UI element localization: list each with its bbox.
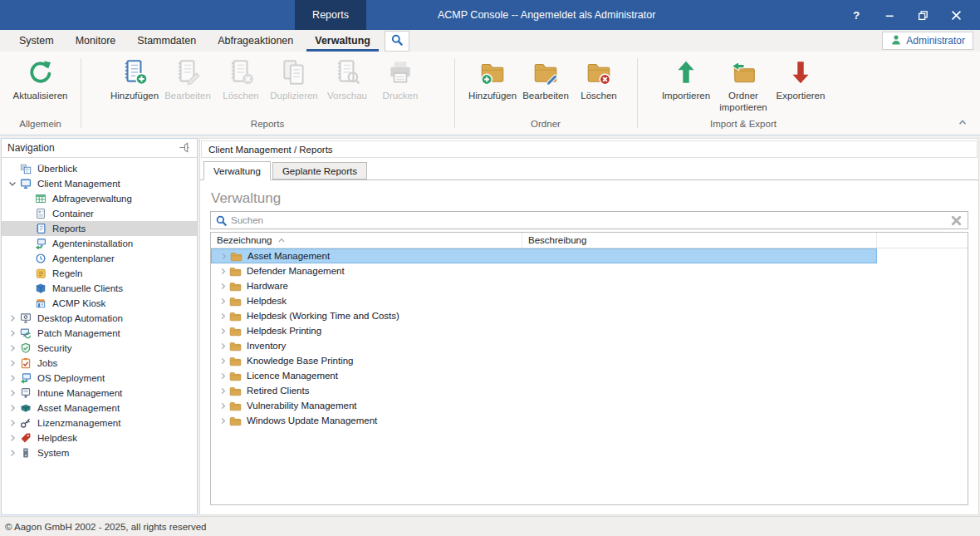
client-management-icon bbox=[20, 178, 36, 190]
chevron-right-icon[interactable] bbox=[5, 372, 20, 384]
sidebar-item-security[interactable]: Security bbox=[2, 341, 197, 356]
clear-search-icon[interactable] bbox=[949, 214, 963, 228]
sidebar-item-reports[interactable]: Reports bbox=[2, 221, 197, 236]
workspace: Navigation Überblick Client Management A… bbox=[0, 135, 980, 516]
aktualisieren-button[interactable]: Aktualisieren bbox=[11, 53, 71, 102]
sidebar-item-jobs[interactable]: Jobs bbox=[2, 356, 197, 371]
hinzuf-gen-button[interactable]: Hinzufügen bbox=[467, 53, 518, 102]
sidebar-item-client-management[interactable]: Client Management bbox=[2, 176, 197, 191]
sidebar-item-asset-management[interactable]: Asset Management bbox=[2, 401, 197, 416]
chevron-right-icon[interactable] bbox=[5, 312, 20, 324]
expand-row-icon[interactable] bbox=[217, 386, 229, 396]
chevron-right-icon[interactable] bbox=[5, 447, 20, 459]
sidebar-item-agentenplaner[interactable]: Agentenplaner bbox=[2, 251, 197, 266]
table-row-inventory[interactable]: Inventory bbox=[211, 338, 877, 353]
l-schen-button[interactable]: Löschen bbox=[573, 53, 625, 102]
menu-item-abfrageaktionen[interactable]: Abfrageaktionen bbox=[207, 30, 304, 52]
bearbeiten-button[interactable]: Bearbeiten bbox=[520, 53, 571, 102]
sidebar-item-helpdesk[interactable]: Helpdesk bbox=[2, 430, 197, 445]
column-header-bezeichnung[interactable]: Bezeichnung bbox=[211, 233, 522, 248]
chevron-right-icon[interactable] bbox=[5, 327, 20, 339]
collapse-ribbon-icon[interactable] bbox=[957, 116, 970, 130]
hinzuf-gen-button[interactable]: Hinzufügen bbox=[109, 53, 160, 102]
ribbon-filler bbox=[850, 52, 980, 135]
duplizieren-button[interactable]: Duplizieren bbox=[268, 53, 320, 102]
expand-row-icon[interactable] bbox=[217, 267, 229, 276]
sidebar-item-intune-management[interactable]: Intune Management bbox=[2, 386, 197, 401]
chevron-right-icon[interactable] bbox=[5, 342, 20, 354]
titlebar-context-tab[interactable]: Reports bbox=[295, 0, 366, 30]
chevron-right-icon[interactable] bbox=[5, 357, 20, 369]
table-row-asset-management[interactable]: Asset Management bbox=[211, 248, 877, 263]
restore-button[interactable] bbox=[910, 3, 935, 27]
column-header-beschreibung[interactable]: Beschreibung bbox=[522, 233, 877, 248]
expand-row-icon[interactable] bbox=[217, 312, 229, 321]
table-row-vulnerability-management[interactable]: Vulnerability Management bbox=[211, 398, 877, 413]
expand-row-icon[interactable] bbox=[217, 327, 229, 336]
minimize-button[interactable] bbox=[877, 3, 902, 27]
menu-item-monitore[interactable]: Monitore bbox=[65, 30, 127, 52]
sidebar-item-berblick[interactable]: Überblick bbox=[2, 161, 197, 176]
menu-item-system[interactable]: System bbox=[8, 30, 65, 52]
expand-row-icon[interactable] bbox=[217, 401, 229, 411]
table-row-defender-management[interactable]: Defender Management bbox=[211, 263, 877, 278]
folder-icon bbox=[230, 251, 247, 262]
chevron-right-icon[interactable] bbox=[5, 432, 20, 444]
sort-ascending-icon bbox=[277, 235, 287, 245]
menu-item-stammdaten[interactable]: Stammdaten bbox=[126, 30, 207, 52]
jobs-icon bbox=[20, 357, 36, 370]
folder-icon bbox=[229, 356, 247, 366]
sidebar-item-container[interactable]: Container bbox=[2, 206, 197, 221]
sidebar-item-acmp-kiosk[interactable]: ACMP Kiosk bbox=[2, 296, 197, 311]
help-button[interactable]: ? bbox=[844, 3, 869, 27]
sidebar-item-regeln[interactable]: Regeln bbox=[2, 266, 197, 281]
sidebar-item-system[interactable]: System bbox=[2, 445, 197, 460]
l-schen-button[interactable]: Löschen bbox=[215, 53, 267, 102]
table-row-helpdesk-working-time-and-costs[interactable]: Helpdesk (Working Time and Costs) bbox=[211, 308, 877, 323]
drucken-button[interactable]: Drucken bbox=[375, 53, 426, 102]
expand-row-icon[interactable] bbox=[217, 371, 229, 381]
table-row-licence-management[interactable]: Licence Management bbox=[211, 368, 877, 383]
sidebar-item-desktop-automation[interactable]: Desktop Automation bbox=[2, 311, 197, 326]
expand-row-icon[interactable] bbox=[217, 416, 229, 425]
tab-verwaltung[interactable]: Verwaltung bbox=[203, 161, 271, 180]
user-button[interactable]: Administrator bbox=[882, 32, 973, 50]
expand-row-icon[interactable] bbox=[218, 252, 230, 261]
sidebar-item-patch-management[interactable]: Patch Management bbox=[2, 326, 197, 341]
chevron-down-icon[interactable] bbox=[5, 178, 20, 189]
chevron-right-icon[interactable] bbox=[5, 417, 20, 429]
folder-add-icon bbox=[478, 57, 507, 87]
search-input[interactable] bbox=[228, 215, 949, 225]
sidebar-item-lizenzmanagement[interactable]: Lizenzmanagement bbox=[2, 416, 197, 430]
exportieren-button[interactable]: Exportieren bbox=[775, 53, 826, 102]
pin-icon[interactable] bbox=[178, 141, 191, 155]
report-edit-icon bbox=[173, 57, 203, 87]
expand-row-icon[interactable] bbox=[217, 297, 229, 306]
expand-row-icon[interactable] bbox=[217, 342, 229, 351]
chevron-right-icon[interactable] bbox=[5, 402, 20, 414]
menu-search-button[interactable] bbox=[385, 31, 409, 52]
expand-row-icon[interactable] bbox=[217, 357, 229, 366]
table-row-hardware[interactable]: Hardware bbox=[211, 278, 877, 293]
menu-item-verwaltung[interactable]: Verwaltung bbox=[304, 30, 381, 52]
reports-icon bbox=[35, 223, 51, 235]
expand-row-icon[interactable] bbox=[217, 282, 229, 291]
chevron-right-icon[interactable] bbox=[5, 387, 20, 399]
sidebar-item-os-deployment[interactable]: OS Deployment bbox=[2, 371, 197, 386]
table-row-helpdesk-printing[interactable]: Helpdesk Printing bbox=[211, 323, 877, 338]
importieren-button[interactable]: Importieren bbox=[660, 53, 712, 102]
close-button[interactable] bbox=[943, 3, 968, 27]
folder-icon bbox=[229, 326, 247, 337]
table-row-retired-clients[interactable]: Retired Clients bbox=[211, 383, 877, 398]
tab-geplante-reports[interactable]: Geplante Reports bbox=[272, 162, 367, 179]
sidebar-item-agenteninstallation[interactable]: Agenteninstallation bbox=[2, 236, 197, 251]
sidebar-item-manuelle-clients[interactable]: Manuelle Clients bbox=[2, 281, 197, 296]
bearbeiten-button[interactable]: Bearbeiten bbox=[162, 53, 213, 102]
vorschau-button[interactable]: Vorschau bbox=[321, 53, 373, 102]
table-row-windows-update-management[interactable]: Windows Update Management bbox=[211, 413, 877, 428]
table-row-helpdesk[interactable]: Helpdesk bbox=[211, 293, 877, 308]
sidebar-item-abfrageverwaltung[interactable]: Abfrageverwaltung bbox=[2, 191, 197, 206]
folder-icon bbox=[229, 281, 247, 292]
ordner-importieren-button[interactable]: Ordner importieren bbox=[713, 53, 773, 114]
table-row-knowledge-base-printing[interactable]: Knowledge Base Printing bbox=[211, 353, 877, 368]
